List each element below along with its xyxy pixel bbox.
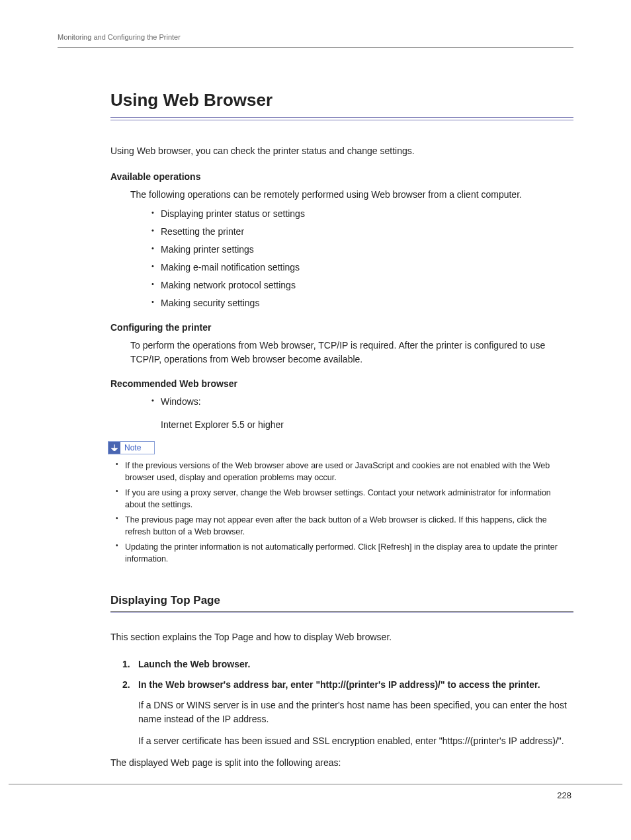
note-label: Note [120, 442, 154, 454]
available-ops-leadin: The following operations can be remotely… [130, 188, 573, 202]
recommended-detail: Internet Explorer 5.5 or higher [161, 418, 573, 432]
list-item: Making printer settings [151, 243, 573, 257]
section-intro: This section explains the Top Page and h… [110, 630, 573, 644]
note-list: If the previous versions of the Web brow… [116, 460, 573, 566]
list-item: Making network protocol settings [151, 278, 573, 292]
chapter-intro: Using Web browser, you can check the pri… [110, 144, 573, 158]
list-item: If you are using a proxy server, change … [116, 487, 573, 511]
available-ops-list: Displaying printer status or settings Re… [151, 207, 573, 310]
note-badge: Note [108, 441, 155, 454]
list-item: Displaying printer status or settings [151, 207, 573, 221]
list-item: Making e-mail notification settings [151, 261, 573, 274]
footer-rule [9, 784, 622, 784]
step-1: 1. Launch the Web browser. [122, 657, 573, 671]
section-rule [110, 611, 573, 613]
step-text: Launch the Web browser. [138, 657, 250, 671]
list-item: If the previous versions of the Web brow… [116, 460, 573, 483]
down-arrow-icon [108, 442, 120, 454]
running-header: Monitoring and Configuring the Printer [58, 32, 573, 43]
list-item: Updating the printer information is not … [116, 541, 573, 565]
step-number: 2. [122, 678, 138, 692]
after-steps-text: The displayed Web page is split into the… [110, 756, 573, 770]
step-body: If a DNS or WINS server is in use and th… [138, 698, 573, 726]
configuring-heading: Configuring the printer [110, 321, 573, 335]
step-number: 1. [122, 657, 138, 671]
list-item: The previous page may not appear even af… [116, 514, 573, 538]
step-2: 2. In the Web browser's address bar, ent… [122, 678, 573, 692]
chapter-rule [110, 117, 573, 120]
page-number: 228 [557, 789, 571, 802]
note-block: Note If the previous versions of the Web… [108, 441, 573, 566]
section-title: Displaying Top Page [110, 592, 573, 609]
header-rule [58, 47, 573, 48]
list-item: Resetting the printer [151, 225, 573, 239]
list-item: Windows: [151, 395, 573, 409]
recommended-heading: Recommended Web browser [110, 377, 573, 391]
step-body: If a server certificate has been issued … [138, 734, 573, 748]
step-text: In the Web browser's address bar, enter … [138, 678, 540, 692]
list-item: Making security settings [151, 296, 573, 310]
recommended-list: Windows: [151, 395, 573, 409]
chapter-title: Using Web Browser [110, 87, 573, 113]
available-ops-heading: Available operations [110, 170, 573, 184]
configuring-body: To perform the operations from Web brows… [130, 339, 573, 366]
